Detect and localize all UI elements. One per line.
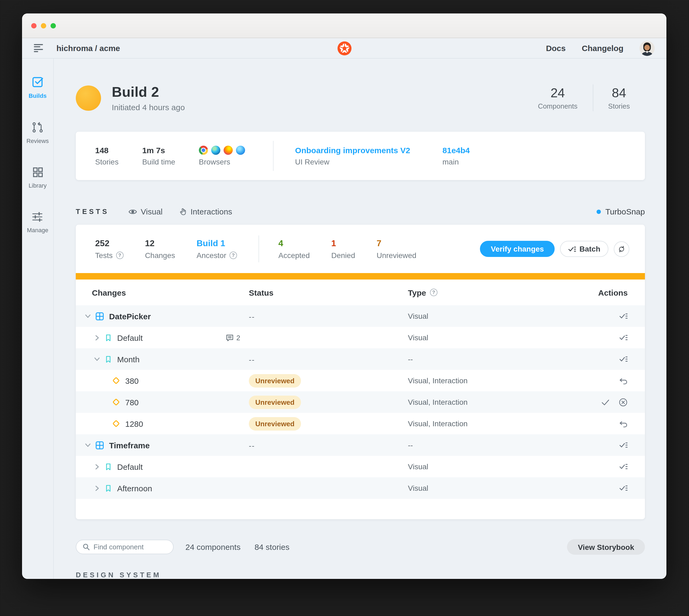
tests-heading: TESTS [76,207,109,216]
chromatic-logo-icon[interactable] [337,41,351,55]
comment-count[interactable]: 2 [226,333,240,342]
status-badge: Unreviewed [249,395,301,409]
main-content: Build 2 Initiated 4 hours ago 24 Compone… [54,59,666,579]
tests-card: 252Tests ?12ChangesBuild 1Ancestor ?4Acc… [76,225,645,519]
sidebar: Builds Reviews L [22,59,54,579]
accept-action-button[interactable] [601,398,610,406]
build-info-card: 148 Stories 1m 7s Build time Browsers [76,132,645,180]
help-icon[interactable]: ? [116,251,123,259]
table-row-datepicker[interactable]: DatePicker--Visual [76,305,645,327]
build-subtitle: Initiated 4 hours ago [112,103,185,112]
build-status-avatar [76,85,101,110]
summary-stat-changes: 12Changes [145,238,175,259]
type-label: Visual [408,312,585,321]
browsers-stat: Browsers [199,146,245,166]
variant-diamond-icon [112,398,120,406]
status-badge: Unreviewed [249,417,301,430]
batch-action-button[interactable] [619,441,628,449]
refresh-icon [618,245,626,253]
summary-stat-ancestor[interactable]: Build 1Ancestor ? [196,238,237,259]
table-row-1280[interactable]: 1280UnreviewedVisual, Interaction [76,413,645,434]
row-label: Timeframe [109,440,150,449]
undo-icon [619,420,628,427]
user-avatar[interactable] [640,41,654,56]
batch-action-button[interactable] [619,463,628,470]
builds-checkbox-icon [31,76,44,89]
row-label: 1280 [125,419,143,428]
chevron-right-icon [94,485,100,491]
table-row-timeframe[interactable]: Timeframe---- [76,434,645,456]
view-storybook-button[interactable]: View Storybook [567,539,645,555]
help-icon[interactable]: ? [229,251,237,259]
batch-action-button[interactable] [619,334,628,341]
sidebar-item-library[interactable]: Library [28,167,46,189]
close-window-button[interactable] [31,23,37,28]
undo-action-button[interactable] [619,420,628,427]
type-help-icon[interactable]: ? [430,289,438,296]
type-label: Visual [408,462,585,471]
eye-icon [129,208,137,215]
summary-stat-accepted: 4Accepted [279,238,310,259]
deny-action-button[interactable] [619,397,628,406]
tab-interactions[interactable]: Interactions [179,207,232,216]
zoom-window-button[interactable] [50,23,56,28]
turbosnap-dot-icon [597,210,601,214]
changelog-link[interactable]: Changelog [582,44,623,53]
batch-accept-icon [619,441,628,449]
page-title: Build 2 [112,84,185,101]
footer-bar: 24 components 84 stories View Storybook [76,539,645,555]
components-count: 24 components [185,542,241,551]
sidebar-item-manage[interactable]: Manage [27,211,48,233]
undo-action-button[interactable] [619,376,628,384]
tab-visual[interactable]: Visual [129,207,162,216]
minimize-window-button[interactable] [41,23,46,28]
row-label: Default [117,462,143,471]
table-row-afternoon[interactable]: AfternoonVisual [76,477,645,499]
sidebar-item-builds[interactable]: Builds [28,76,46,99]
table-row-default[interactable]: Default2Visual [76,327,645,348]
search-input[interactable] [93,543,163,551]
stories-count-stat: 84 Stories [593,86,645,110]
tests-section-header: TESTS Visual Interactions TurboSnap [76,207,645,216]
hand-icon [179,207,187,216]
app-header: hichroma / acme [22,38,666,59]
components-count-stat: 24 Components [523,86,593,110]
type-label: Visual, Interaction [408,419,585,428]
batch-action-button[interactable] [619,355,628,363]
batch-accept-icon [568,245,576,252]
docs-link[interactable]: Docs [546,44,566,53]
turbosnap-indicator[interactable]: TurboSnap [597,207,645,216]
sidebar-toggle-icon[interactable] [34,43,46,53]
batch-accept-icon [619,463,628,470]
row-label: DatePicker [109,311,151,321]
story-bookmark-icon [104,333,112,342]
table-row-default[interactable]: DefaultVisual [76,456,645,477]
commit-link[interactable]: 81e4b4 main [443,146,470,166]
ui-review-link[interactable]: Onboarding improvements V2 UI Review [295,146,410,166]
batch-accept-icon [619,334,628,341]
batch-action-button[interactable] [619,484,628,492]
unreviewed-progress-bar [76,273,645,280]
build-header: Build 2 Initiated 4 hours ago 24 Compone… [76,82,645,113]
table-row-month[interactable]: Month---- [76,348,645,370]
batch-action-button[interactable] [619,312,628,320]
table-row-780[interactable]: 780UnreviewedVisual, Interaction [76,391,645,413]
project-breadcrumb[interactable]: hichroma / acme [57,44,120,53]
batch-button[interactable]: Batch [560,241,608,257]
component-grid-icon [95,311,104,321]
sidebar-item-reviews[interactable]: Reviews [26,122,49,144]
test-summary-bar: 252Tests ?12ChangesBuild 1Ancestor ?4Acc… [76,225,645,273]
find-component-search[interactable] [76,540,174,554]
titlebar [22,14,666,38]
refresh-button[interactable] [614,241,629,257]
variant-diamond-icon [112,419,120,428]
build-time-stat: 1m 7s Build time [142,146,175,166]
component-grid-icon [95,440,104,449]
table-row-380[interactable]: 380UnreviewedVisual, Interaction [76,370,645,391]
chrome-icon [199,146,208,155]
chevron-down-icon [85,442,91,448]
verify-changes-button[interactable]: Verify changes [480,241,555,257]
row-label: Default [117,333,143,342]
deny-icon [619,397,628,406]
story-bookmark-icon [104,463,112,470]
